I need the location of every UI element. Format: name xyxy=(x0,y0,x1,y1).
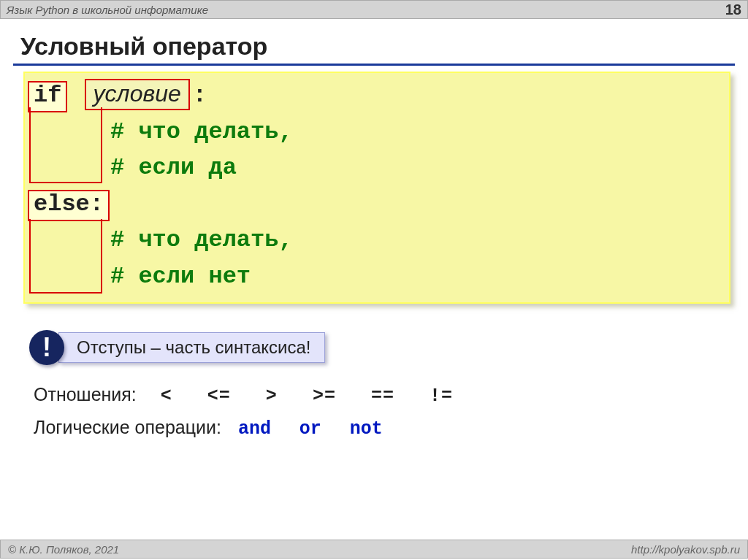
slide-header: Язык Python в школьной информатике 18 xyxy=(0,0,748,19)
comment-else-2: # если нет xyxy=(110,263,251,290)
colon: : xyxy=(193,82,207,109)
title-underline xyxy=(13,64,735,66)
relations-line: Отношения: < <= > >= == != xyxy=(34,384,748,407)
note: ! Отступы – часть синтаксиса! xyxy=(29,330,748,365)
footer-url: http://kpolyakov.spb.ru xyxy=(631,543,740,556)
op-not: not xyxy=(350,418,383,440)
op-lt: < xyxy=(161,386,172,407)
copyright: © К.Ю. Поляков, 2021 xyxy=(8,543,119,556)
slide-title: Условный оператор xyxy=(20,32,728,61)
comment-if-2: # если да xyxy=(110,154,237,181)
op-and: and xyxy=(238,418,271,440)
op-eq: == xyxy=(371,386,394,407)
op-le: <= xyxy=(207,386,231,407)
note-text: Отступы – часть синтаксиса! xyxy=(58,332,325,363)
page-number: 18 xyxy=(725,1,741,18)
op-gt: > xyxy=(266,386,278,407)
op-ge: >= xyxy=(313,386,336,407)
exclaim-icon: ! xyxy=(29,330,64,365)
course-title: Язык Python в школьной информатике xyxy=(7,4,208,16)
code-line-if-body-2: # если да xyxy=(34,150,720,186)
code-line-else-body-1: # что делать, xyxy=(34,222,720,258)
comment-if-1: # что делать, xyxy=(110,118,293,145)
keyword-else: else: xyxy=(28,190,110,221)
logic-label: Логические операции: xyxy=(34,417,221,437)
condition-placeholder: условие xyxy=(85,79,190,110)
code-line-if: if условие: xyxy=(34,77,720,114)
logic-line: Логические операции: and or not xyxy=(34,417,748,440)
code-line-else: else: xyxy=(34,186,720,223)
code-line-else-body-2: # если нет xyxy=(34,258,720,295)
op-or: or xyxy=(299,418,321,440)
indent-guide-else xyxy=(29,219,102,294)
op-ne: != xyxy=(430,386,453,407)
code-example: if условие: # что делать, # если да else… xyxy=(23,72,730,304)
comment-else-1: # что делать, xyxy=(110,226,293,253)
code-line-if-body-1: # что делать, xyxy=(34,114,720,150)
indent-guide-if xyxy=(29,107,102,183)
relations-label: Отношения: xyxy=(34,384,137,404)
slide-footer: © К.Ю. Поляков, 2021 http://kpolyakov.sp… xyxy=(0,540,748,559)
relations-ops: < <= > >= == != xyxy=(149,386,465,407)
